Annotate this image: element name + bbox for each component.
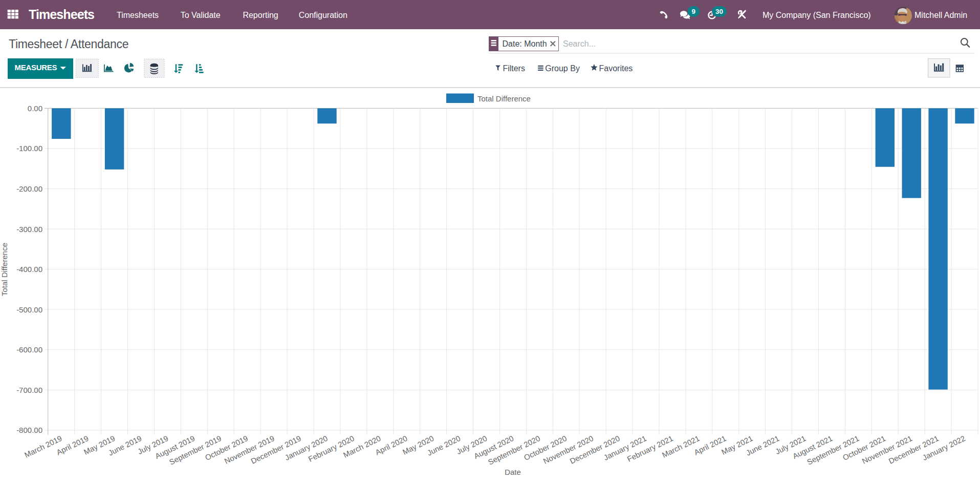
svg-text:-700.00: -700.00	[16, 386, 42, 394]
svg-text:Date: Date	[505, 468, 521, 476]
svg-text:Reporting: Reporting	[243, 11, 278, 19]
svg-text:Search...: Search...	[563, 39, 596, 48]
svg-text:-100.00: -100.00	[16, 144, 42, 153]
svg-text:Timesheets: Timesheets	[29, 7, 94, 22]
svg-text:Timesheet / Attendance: Timesheet / Attendance	[9, 37, 128, 51]
svg-text:Filters: Filters	[503, 64, 525, 73]
svg-text:Configuration: Configuration	[299, 11, 347, 19]
svg-text:Mitchell Admin: Mitchell Admin	[914, 11, 967, 19]
svg-text:Date: Month: Date: Month	[503, 39, 547, 48]
svg-text:Timesheets: Timesheets	[117, 11, 159, 19]
svg-text:-800.00: -800.00	[16, 426, 42, 434]
svg-text:Total Difference: Total Difference	[477, 94, 531, 103]
svg-text:-600.00: -600.00	[16, 345, 42, 354]
svg-text:9: 9	[691, 8, 695, 15]
svg-text:0.00: 0.00	[28, 104, 42, 113]
svg-text:-300.00: -300.00	[16, 225, 42, 234]
svg-text:-400.00: -400.00	[16, 265, 42, 274]
svg-text:My Company (San Francisco): My Company (San Francisco)	[763, 11, 871, 19]
svg-text:-200.00: -200.00	[16, 184, 42, 193]
svg-text:-500.00: -500.00	[16, 305, 42, 314]
svg-text:To Validate: To Validate	[181, 11, 221, 19]
svg-text:Total Difference: Total Difference	[0, 243, 9, 296]
svg-text:MEASURES: MEASURES	[15, 63, 57, 72]
svg-text:March 2019: March 2019	[23, 434, 63, 459]
svg-text:30: 30	[715, 8, 723, 15]
svg-text:Group By: Group By	[545, 64, 580, 73]
svg-text:Favorites: Favorites	[599, 64, 633, 73]
